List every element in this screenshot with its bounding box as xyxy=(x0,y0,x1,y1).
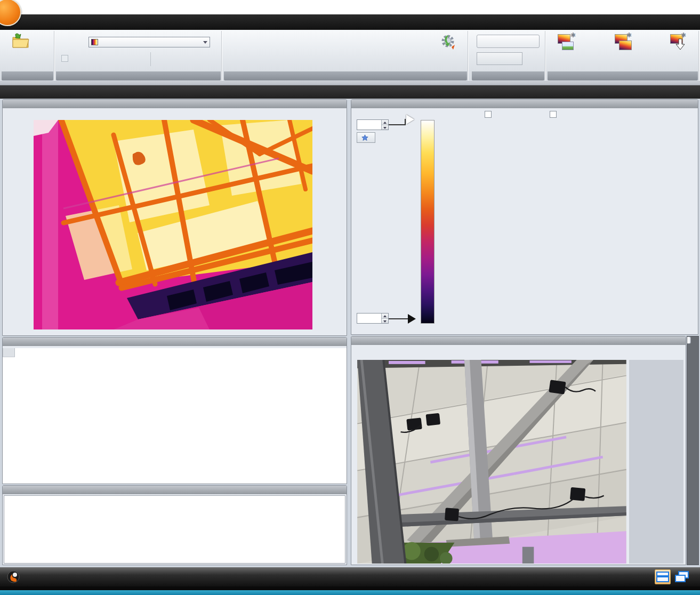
palette-swatch-icon xyxy=(91,39,98,45)
real-image-panel-title xyxy=(351,336,686,345)
scale-panel xyxy=(351,99,698,335)
maximize-button[interactable] xyxy=(664,2,675,12)
comment-panel-title xyxy=(3,486,347,494)
thermal-image-canvas xyxy=(34,120,312,329)
export-series-button[interactable]: ✱ xyxy=(660,33,696,51)
real-image-canvas xyxy=(355,360,629,564)
taskbar-strip xyxy=(0,586,700,595)
scale-max-pointer[interactable] xyxy=(406,115,414,124)
title-bar xyxy=(0,0,700,14)
scale-min-spinner[interactable] xyxy=(357,313,389,324)
gear-icon xyxy=(439,33,457,50)
ribbon-group-title-file xyxy=(2,71,53,81)
image-side-tabs xyxy=(687,336,699,565)
open-button[interactable] xyxy=(5,33,35,49)
export-series-icon: ✱ xyxy=(668,33,688,51)
ribbon-group-file xyxy=(1,31,54,81)
scale-min-pointer[interactable] xyxy=(408,314,416,324)
limits-checkbox[interactable] xyxy=(485,111,492,118)
ribbon-group-title-parameter xyxy=(224,71,467,81)
copy-settings-button[interactable]: ✱ xyxy=(589,33,657,51)
ribbon-group-audio xyxy=(471,31,545,81)
thermal-image[interactable] xyxy=(34,120,312,329)
camera-icon xyxy=(6,570,21,584)
isotherm-checkbox[interactable] xyxy=(550,111,557,118)
real-image[interactable] xyxy=(355,360,629,564)
thermal-panel-title xyxy=(3,100,347,108)
color-scale-bar xyxy=(421,120,435,324)
ribbon-group-title-wizards xyxy=(548,71,698,81)
minimize-button[interactable] xyxy=(646,2,658,12)
comment-panel xyxy=(2,485,347,565)
comment-textarea[interactable] xyxy=(4,495,345,564)
layout-cascade-button[interactable] xyxy=(674,569,690,584)
ribbon-group-colors xyxy=(55,31,222,81)
document-tab-bar xyxy=(0,85,700,99)
markers-panel-title xyxy=(3,337,347,346)
thermal-panel xyxy=(2,99,347,336)
layout-single-icon xyxy=(656,572,669,582)
auto-scale-button[interactable] xyxy=(357,132,375,143)
tab-added-image[interactable] xyxy=(687,344,690,350)
palette-dropdown[interactable] xyxy=(88,37,210,47)
menu-bar xyxy=(0,14,700,30)
scale-max-spinner[interactable] xyxy=(357,119,389,130)
close-button[interactable] xyxy=(683,2,695,12)
open-folder-icon xyxy=(11,33,30,49)
tab-main-image[interactable] xyxy=(687,336,691,344)
ribbon: ✱ ✱ ✱ xyxy=(0,30,700,82)
contrast-checkbox[interactable] xyxy=(61,55,68,62)
real-image-filler xyxy=(629,360,683,564)
audio-save-button[interactable] xyxy=(525,52,537,64)
discard-changes-button[interactable] xyxy=(430,33,465,50)
ribbon-group-title-audio xyxy=(472,71,544,81)
ribbon-group-title-colors xyxy=(56,71,221,81)
taskbar-color-bar xyxy=(0,590,700,595)
ribbon-group-parameter xyxy=(223,31,468,81)
scale-panel-title xyxy=(351,100,698,108)
twinpix-icon: ✱ xyxy=(557,33,577,51)
audio-progress xyxy=(477,52,522,65)
copy-settings-icon: ✱ xyxy=(613,33,633,51)
status-bar xyxy=(0,567,700,586)
chevron-down-icon xyxy=(203,41,207,44)
markers-panel xyxy=(2,337,347,484)
layout-single-button[interactable] xyxy=(655,569,671,584)
real-image-panel xyxy=(351,336,686,565)
star-icon xyxy=(361,134,368,141)
status-text xyxy=(27,574,71,580)
ribbon-group-wizards: ✱ ✱ ✱ xyxy=(547,31,699,81)
layout-cascade-icon xyxy=(675,571,689,583)
twinpix-button[interactable]: ✱ xyxy=(550,33,583,51)
markers-table xyxy=(3,348,347,357)
